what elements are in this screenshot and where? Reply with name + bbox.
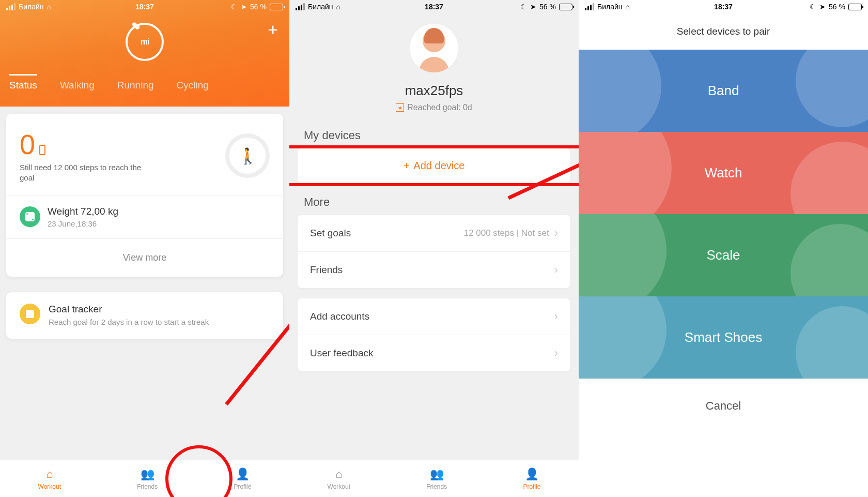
- pair-label: Smart Shoes: [685, 329, 762, 345]
- tabbar-label: Friends: [426, 483, 447, 490]
- weight-title: Weight 72,00 kg: [48, 206, 118, 217]
- tabbar-profile[interactable]: 👤Profile: [523, 468, 540, 490]
- tabbar-profile[interactable]: 👤Profile: [234, 468, 251, 490]
- battery-icon: [270, 4, 283, 10]
- row-value: 12 000 steps | Not set: [464, 228, 549, 238]
- time-label: 18:37: [135, 3, 154, 11]
- avatar[interactable]: [409, 23, 459, 73]
- screen-pair: Билайн⌂ 18:37 ☾➤56 % Select devices to p…: [579, 0, 868, 497]
- tab-running[interactable]: Running: [117, 76, 154, 91]
- reached-label: Reached goal: 0d: [407, 103, 472, 112]
- signal-icon: [296, 3, 305, 10]
- profile-icon: 👤: [525, 468, 539, 481]
- pair-option-watch[interactable]: Watch: [579, 132, 868, 214]
- pair-title: Select devices to pair: [579, 13, 868, 50]
- status-bar: Билайн⌂ 18:37 ☾➤56 %: [0, 0, 289, 13]
- tabbar-label: Profile: [523, 483, 540, 490]
- signal-icon: [585, 3, 594, 10]
- carrier-label: Билайн: [308, 3, 333, 11]
- row-label: User feedback: [310, 348, 374, 359]
- moon-icon: ☾: [810, 3, 816, 11]
- row-label: Set goals: [310, 228, 351, 239]
- carrier-label: Билайн: [597, 3, 623, 11]
- view-more-button[interactable]: View more: [6, 238, 283, 277]
- tab-cycling[interactable]: Cycling: [177, 76, 209, 91]
- home-icon: ⌂: [46, 468, 53, 481]
- row-label: Friends: [310, 264, 343, 276]
- profile-header: max25fps ★Reached goal: 0d: [289, 13, 579, 116]
- battery-icon: [848, 4, 862, 10]
- status-bar: Билайн⌂ 18:37 ☾➤56 %: [289, 0, 579, 13]
- tabbar-friends[interactable]: 👥Friends: [426, 468, 447, 490]
- reached-goal-badge: ★Reached goal: 0d: [289, 103, 579, 112]
- tabbar-label: Workout: [328, 483, 350, 490]
- location-icon: ➤: [819, 3, 826, 11]
- steps-value: 0: [20, 128, 35, 160]
- battery-pct: 56 %: [829, 3, 845, 11]
- row-user-feedback[interactable]: User feedback ›: [298, 335, 570, 371]
- signal-icon: [6, 3, 16, 10]
- screen-status: Билайн⌂ 18:37 ☾➤56 % + mi Status Walking…: [0, 0, 289, 497]
- tabbar-workout[interactable]: ⌂Workout: [328, 468, 350, 490]
- scale-icon: [20, 206, 40, 227]
- tab-walking[interactable]: Walking: [60, 76, 95, 91]
- steps-hint: Still need 12 000 steps to reach the goa…: [20, 162, 154, 184]
- pair-label: Watch: [705, 165, 742, 181]
- time-label: 18:37: [714, 3, 733, 11]
- add-device-button[interactable]: +Add device: [298, 148, 570, 183]
- status-card: 0 Still need 12 000 steps to reach the g…: [6, 114, 283, 277]
- location-icon: ➤: [241, 3, 247, 11]
- pair-option-band[interactable]: Band: [579, 50, 868, 132]
- tabbar-friends[interactable]: 👥Friends: [137, 468, 158, 490]
- goal-tracker-card[interactable]: Goal tracker Reach goal for 2 days in a …: [6, 292, 283, 339]
- chevron-right-icon: ›: [554, 263, 558, 277]
- friends-icon: 👥: [430, 468, 444, 481]
- pair-option-shoes[interactable]: Smart Shoes: [579, 296, 868, 379]
- battery-pct: 56 %: [539, 3, 556, 11]
- add-device-label: Add device: [413, 160, 464, 172]
- tabbar-label: Profile: [234, 483, 251, 490]
- weight-row[interactable]: Weight 72,00 kg 23 June,18:36: [6, 195, 283, 238]
- friends-icon: 👥: [141, 468, 154, 481]
- chevron-right-icon: ›: [554, 347, 558, 360]
- goal-title: Goal tracker: [49, 304, 209, 315]
- top-tabs: Status Walking Running Cycling: [0, 76, 289, 91]
- tabbar-label: Workout: [38, 483, 61, 490]
- section-more: More: [289, 183, 579, 215]
- tab-bar: ⌂Workout 👥Friends 👤Profile: [289, 460, 579, 497]
- wifi-icon: ⌂: [336, 3, 340, 11]
- carrier-label: Билайн: [19, 3, 44, 11]
- activity-ring[interactable]: 🚶: [225, 133, 270, 178]
- phone-icon: [39, 145, 45, 155]
- moon-icon: ☾: [231, 3, 238, 11]
- battery-icon: [559, 4, 572, 10]
- tabbar-workout[interactable]: ⌂Workout: [38, 468, 61, 490]
- add-button[interactable]: +: [268, 20, 278, 40]
- moon-icon: ☾: [520, 3, 527, 11]
- star-icon: ★: [396, 103, 404, 112]
- row-label: Add accounts: [310, 311, 369, 322]
- row-add-accounts[interactable]: Add accounts ›: [298, 298, 570, 335]
- row-set-goals[interactable]: Set goals 12 000 steps | Not set›: [298, 215, 570, 252]
- location-icon: ➤: [530, 3, 536, 11]
- mi-logo: mi: [126, 23, 164, 61]
- pair-label: Scale: [706, 247, 740, 263]
- chevron-right-icon: ›: [554, 310, 558, 323]
- status-bar: Билайн⌂ 18:37 ☾➤56 %: [579, 0, 868, 13]
- home-icon: ⌂: [335, 468, 342, 481]
- battery-pct: 56 %: [250, 3, 267, 11]
- tab-status[interactable]: Status: [9, 74, 37, 91]
- profile-icon: 👤: [236, 468, 250, 481]
- pair-option-scale[interactable]: Scale: [579, 214, 868, 296]
- chevron-right-icon: ›: [554, 227, 558, 240]
- target-icon: [20, 304, 40, 324]
- cancel-button[interactable]: Cancel: [579, 379, 868, 433]
- section-my-devices: My devices: [289, 116, 579, 148]
- pair-label: Band: [708, 83, 739, 99]
- row-friends[interactable]: Friends ›: [298, 252, 570, 288]
- walking-icon: 🚶: [238, 147, 257, 165]
- goal-subtitle: Reach goal for 2 days in a row to start …: [49, 317, 209, 327]
- username: max25fps: [289, 83, 579, 99]
- screen-profile: Билайн⌂ 18:37 ☾➤56 % max25fps ★Reached g…: [289, 0, 579, 497]
- wifi-icon: ⌂: [626, 3, 630, 11]
